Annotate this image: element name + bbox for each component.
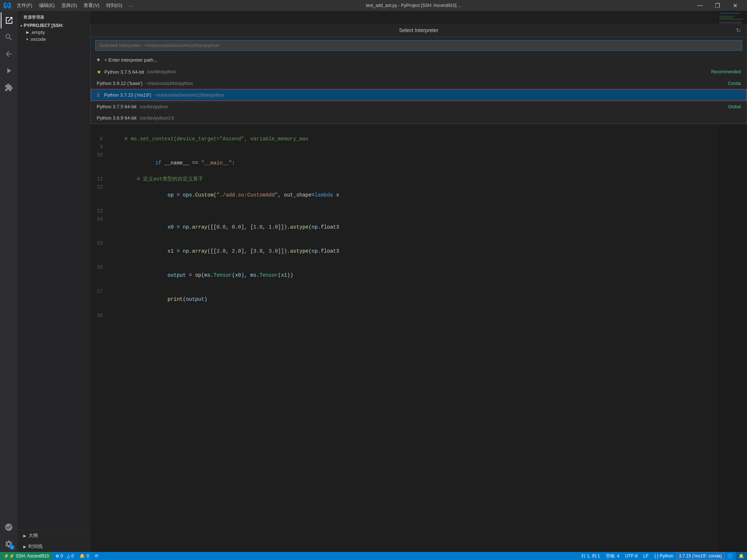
activity-extensions[interactable] [1,79,17,96]
sidebar-project[interactable]: ▾ PYPROJECT [SSH: [18,22,90,29]
statusbar-position-label: 行 1, 列 1 [581,553,600,559]
statusbar: ⚡ ⚡ SSH: Ascend910 ⊗ 0 △ 0 🔔 0 ⟳ 行 1, 列 … [0,552,747,560]
sidebar-item-vscode-label: .vscode [30,36,46,42]
statusbar-errors[interactable]: ⊗ 0 △ 0 [53,552,77,560]
statusbar-ssh[interactable]: ⚡ ⚡ SSH: Ascend910 [0,552,53,560]
menu-select[interactable]: 选择(S) [58,1,80,9]
ssh-icon: ⚡ [4,553,9,559]
menu-more[interactable]: ... [126,1,136,9]
line-num-15: 15 [90,239,109,247]
menu-view[interactable]: 查看(V) [81,1,102,9]
c12-4: ops [183,192,192,198]
dialog-input-row [91,37,747,54]
line-content-10: if __name__ == "__main__": [109,151,747,175]
option-0-tag: Recommended [711,69,741,74]
sidebar-bottom: ▶ 大纲 ▶ 时间线 [18,530,90,552]
interpreter-option-3-main: Python 3.7.5 64-bit /usr/bin/python [97,104,725,109]
interpreter-search-input[interactable] [95,40,742,51]
vscode-icon [4,2,11,9]
statusbar-remote-icon[interactable]: 🌐 [724,552,736,560]
maximize-button[interactable]: ❐ [709,0,726,11]
line-num-10: 10 [90,151,109,159]
interpreter-option-4[interactable]: Python 3.6.9 64-bit /usr/bin/python3.6 [91,112,747,124]
activity-source-control[interactable] [1,46,17,62]
menu-edit[interactable]: 编辑(E) [36,1,58,9]
menu-file[interactable]: 文件(F) [14,1,35,9]
line-content-16: output = op(ms.Tensor(x0), ms.Tensor(x1)… [109,263,747,287]
titlebar-menu: 文件(F) 编辑(E) 选择(S) 查看(V) 转到(G) ... [14,1,136,9]
option-0-path: /usr/bin/python [147,69,176,74]
interpreter-option-0[interactable]: ★ Python 3.7.5 64-bit /usr/bin/python Re… [91,66,747,78]
c12-11: x [333,192,339,198]
c12-5: . [192,192,195,198]
c12-8: "./add.so:CustomAdd" [217,192,278,198]
option-2-label: Python 3.7.15 ('ms19') [104,92,151,98]
sidebar-timeline[interactable]: ▶ 时间线 [18,541,90,552]
interpreter-option-3[interactable]: Python 3.7.5 64-bit /usr/bin/python Glob… [91,101,747,112]
code-line-9: 9 [90,143,747,151]
statusbar-warnings-label: 0 [71,553,74,559]
code-str: "__main__" [201,160,232,166]
line-num-16: 16 [90,263,109,271]
activity-remote[interactable] [1,519,17,535]
sidebar-item-empty-label: .empty [31,30,45,35]
sidebar-timeline-label: 时间线 [28,543,43,550]
star-icon: ★ [97,69,101,75]
dialog-header: Select Interpreter ↻ [91,24,747,37]
notification-icon: 🔔 [80,553,85,559]
statusbar-position[interactable]: 行 1, 列 1 [578,552,603,560]
statusbar-spaces[interactable]: 空格: 4 [603,552,622,560]
settings-badge: 1 [9,545,15,550]
sidebar-item-vscode[interactable]: ▾ .vscode [18,36,90,43]
activity-run[interactable] [1,63,17,79]
interpreter-option-1[interactable]: Python 3.9.12 ('base') ~/miniconda3/bin/… [91,78,747,89]
project-arrow: ▾ [20,24,22,28]
activity-search[interactable] [1,29,17,45]
minimize-button[interactable]: — [692,0,708,11]
option-3-path: /usr/bin/python [139,104,168,109]
sidebar-title: 资源管理器 [18,11,90,22]
statusbar-language[interactable]: { } Python [651,552,676,560]
add-interpreter-label: + Enter interpreter path... [104,57,157,63]
line-num-18: 18 [90,311,109,319]
statusbar-interpreter-label: 3.7.15 ('ms19': conda) [679,553,722,559]
content-area: Select Interpreter ↻ + + Enter interpret… [90,11,747,552]
menu-goto[interactable]: 转到(G) [103,1,125,9]
c12-6: Custom [195,192,213,198]
code-span2: __name__ == [161,160,201,166]
dialog-add-interpreter[interactable]: + + Enter interpreter path... [91,54,747,66]
window-controls: — ❐ ✕ [692,0,743,11]
statusbar-line-ending[interactable]: LF [640,552,651,560]
activity-settings[interactable]: 1 [1,536,17,552]
statusbar-encoding[interactable]: UTF-8 [622,552,640,560]
code-line-13: 13 [90,207,747,215]
statusbar-notifications[interactable]: 🔔 0 [77,552,92,560]
option-2-path: ~/miniconda3/envs/ms19/bin/python [154,93,224,98]
c12-3: = [174,192,183,198]
activity-explorer[interactable] [1,12,17,28]
remote-icon: 🌐 [727,553,733,559]
code-line-17: 17 print(output) [90,287,747,311]
sidebar-blurred [18,43,90,530]
titlebar: 文件(F) 编辑(E) 选择(S) 查看(V) 转到(G) ... test_a… [0,0,747,11]
line-num-13: 13 [90,207,109,215]
statusbar-sync[interactable]: ⟳ [92,552,101,560]
warning-icon: △ [67,553,70,559]
close-button[interactable]: ✕ [727,0,743,11]
interpreter-dialog: Select Interpreter ↻ + + Enter interpret… [90,24,747,124]
statusbar-line-ending-label: LF [643,553,649,559]
option-1-label: Python 3.9.12 ('base') [97,81,143,86]
interpreter-option-0-main: ★ Python 3.7.5 64-bit /usr/bin/python [97,69,708,75]
sidebar-outline[interactable]: ▶ 大纲 [18,530,90,541]
statusbar-bell[interactable]: 🔔 [736,552,747,560]
sidebar-item-empty[interactable]: ▶ .empty [18,29,90,36]
c12-9: , out_shape= [278,192,315,198]
statusbar-interpreter[interactable]: 3.7.15 ('ms19': conda) [676,552,724,560]
interpreter-option-2[interactable]: 2 Python 3.7.15 ('ms19') ~/miniconda3/en… [91,89,747,101]
sync-icon: ⟳ [95,553,98,559]
code-colon: : [232,160,235,166]
interpreter-option-2-main: Python 3.7.15 ('ms19') ~/miniconda3/envs… [104,92,740,98]
code-span [143,160,155,166]
dialog-refresh-button[interactable]: ↻ [736,27,741,34]
line-content-17: print(output) [109,287,747,311]
